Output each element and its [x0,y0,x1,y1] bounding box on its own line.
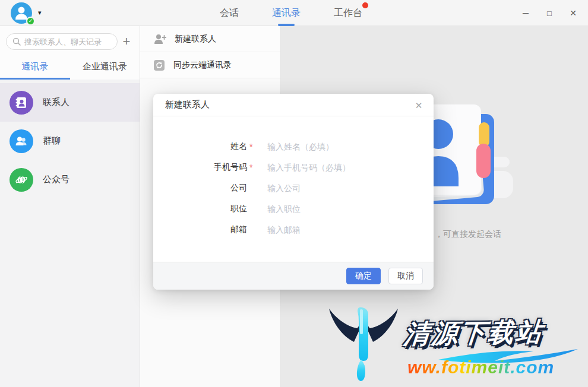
tab-contacts[interactable]: 通讯录 [271,5,302,22]
new-contact-dialog: 新建联系人 ✕ 姓名 * 手机号码 * 公司 职位 [153,94,434,290]
email-field[interactable] [267,225,410,234]
tab-enterprise-contacts-label: 企业通讯录 [83,61,127,71]
tab-enterprise-contacts[interactable]: 企业通讯录 [70,57,140,80]
tab-personal-contacts[interactable]: 通讯录 [0,57,70,80]
job-title-field[interactable] [267,204,410,214]
sidebar-tabs: 通讯录 企业通讯录 [0,57,140,80]
menu-item-label: 同步云端通讯录 [173,60,232,71]
field-label: 公司 [153,183,247,194]
field-label: 手机号码 [153,162,247,173]
confirm-button[interactable]: 确定 [346,268,381,284]
name-field[interactable] [267,142,410,151]
mobile-field[interactable] [267,163,410,172]
tab-sessions[interactable]: 会话 [219,5,240,22]
app-window: ✓ ▾ 会话 通讯录 工作台 ─ □ ✕ [0,0,588,387]
menu-item-sync-cloud-contacts[interactable]: 同步云端通讯录 [140,52,280,78]
required-asterisk: * [247,163,255,172]
form-row-mobile: 手机号码 * [153,161,434,174]
add-button[interactable]: + [118,33,135,50]
company-field[interactable] [267,183,410,193]
dialog-header: 新建联系人 [153,94,434,116]
notification-dot [362,2,368,8]
sidebar-item-contacts[interactable]: 联系人 [0,83,140,122]
dialog-title: 新建联系人 [165,99,210,110]
cancel-button[interactable]: 取消 [388,268,423,284]
user-avatar-menu[interactable]: ✓ ▾ [11,2,46,25]
watermark-url: ww.fotimeit.com [407,357,554,378]
sidebar: + 通讯录 企业通讯录 [0,26,140,387]
sidebar-tab-underline [0,78,70,80]
globe-icon [10,168,33,192]
menu-item-new-contact[interactable]: 新建联系人 [140,26,280,52]
maximize-button[interactable]: □ [542,5,557,21]
window-controls: ─ □ ✕ [518,0,581,26]
sidebar-item-label: 联系人 [43,97,69,108]
tab-workbench-label: 工作台 [334,8,362,18]
sidebar-item-official-accounts[interactable]: 公众号 [0,160,140,199]
sync-icon [153,59,165,71]
watermark: 清源下载站 ww.fotimeit.com [320,294,584,385]
tab-sessions-label: 会话 [220,8,239,18]
close-button[interactable]: ✕ [565,5,581,21]
field-label: 职位 [153,204,247,214]
form-row-company: 公司 [153,182,434,195]
sidebar-item-group-chat[interactable]: 群聊 [0,122,140,160]
search-icon [12,37,21,46]
sidebar-item-label: 群聊 [43,135,61,147]
form-row-title: 职位 [153,202,434,215]
form-row-email: 邮箱 [153,223,434,236]
minimize-button[interactable]: ─ [518,5,533,21]
sidebar-list: 联系人 群聊 [0,83,140,199]
add-contact-icon [153,33,166,45]
sidebar-item-label: 公众号 [43,174,69,185]
topbar: ✓ ▾ 会话 通讯录 工作台 ─ □ ✕ [0,0,588,26]
form-row-name: 姓名 * [153,140,434,153]
main-nav: 会话 通讯录 工作台 [219,0,363,26]
required-asterisk: * [247,142,255,151]
search-box[interactable] [6,33,118,50]
chevron-down-icon[interactable]: ▾ [38,9,42,17]
empty-state-caption: ，可直接发起会话 [435,229,501,240]
menu-item-label: 新建联系人 [175,34,216,45]
contacts-book-icon [10,91,33,115]
field-label: 姓名 [153,141,247,152]
tab-workbench[interactable]: 工作台 [333,5,363,22]
dialog-close-icon[interactable]: ✕ [412,99,425,112]
active-tab-underline [278,24,295,26]
site-logo-icon [324,298,403,385]
new-contact-form: 姓名 * 手机号码 * 公司 职位 邮箱 [153,116,434,262]
tab-personal-contacts-label: 通讯录 [21,61,48,71]
dialog-footer: 确定 取消 [153,262,434,290]
tab-contacts-label: 通讯录 [272,8,301,18]
search-input[interactable] [24,37,108,46]
field-label: 邮箱 [153,224,247,235]
online-status-icon: ✓ [26,17,35,26]
watermark-site-name: 清源下载站 [402,315,545,352]
group-chat-icon [10,129,33,153]
